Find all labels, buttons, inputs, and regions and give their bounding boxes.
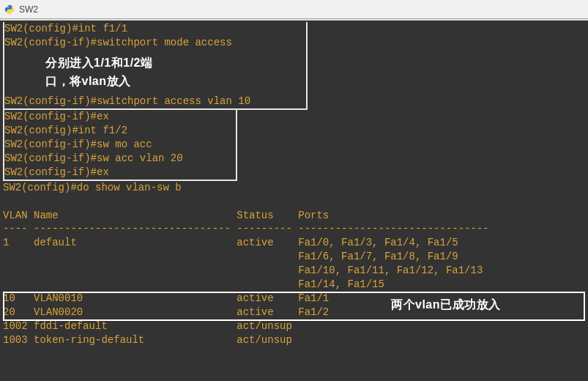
highlight-box-1: SW2(config)#int f1/1 SW2(config-if)#swit… <box>3 22 308 110</box>
vlan-row: 1003 token-ring-default act/unsup <box>3 333 585 347</box>
cli-line: SW2(config-if)#switchport access vlan 10 <box>4 95 302 108</box>
blank-line <box>3 195 585 209</box>
annotation-text-1: 分别进入1/1和1/2端 口，将vlan放入 <box>4 50 224 95</box>
vlan-row: Fa1/14, Fa1/15 <box>3 278 585 292</box>
annotation-line: 分别进入1/1和1/2端 <box>45 54 224 73</box>
cli-line: SW2(config-if)#ex <box>4 166 231 180</box>
terminal-output[interactable]: SW2(config)#int f1/1 SW2(config-if)#swit… <box>0 21 588 347</box>
cli-line: SW2(config)#do show vlan-sw b <box>3 181 585 195</box>
vlan-table-separator: ---- -------------------------------- --… <box>3 222 585 236</box>
highlight-box-2: SW2(config-if)#ex SW2(config)#int f1/2 S… <box>3 110 237 180</box>
cli-line: SW2(config)#int f1/2 <box>4 124 231 138</box>
cli-line: SW2(config-if)#ex <box>4 110 231 124</box>
annotation-text-2: 两个vlan已成功放入 <box>391 297 501 313</box>
vlan-row: Fa1/10, Fa1/11, Fa1/12, Fa1/13 <box>3 264 585 278</box>
vlan-table-header: VLAN Name Status Ports <box>3 209 585 223</box>
vlan-highlight-area: 10 VLAN0010 active Fa1/1 20 VLAN0020 act… <box>3 292 585 319</box>
python-icon <box>4 4 15 15</box>
vlan-row: 1 default active Fa1/0, Fa1/3, Fa1/4, Fa… <box>3 236 585 250</box>
window-title: SW2 <box>19 4 38 15</box>
vlan-row: 1002 fddi-default act/unsup <box>3 319 585 333</box>
cli-line: SW2(config-if)#sw acc vlan 20 <box>4 152 231 166</box>
cli-line: SW2(config)#int f1/1 <box>4 22 302 36</box>
annotation-line: 口，将vlan放入 <box>45 73 224 91</box>
vlan-row: Fa1/6, Fa1/7, Fa1/8, Fa1/9 <box>3 250 585 264</box>
cli-line: SW2(config-if)#switchport mode access <box>4 36 302 50</box>
cli-line: SW2(config-if)#sw mo acc <box>4 138 231 152</box>
window-titlebar[interactable]: SW2 <box>0 0 588 19</box>
